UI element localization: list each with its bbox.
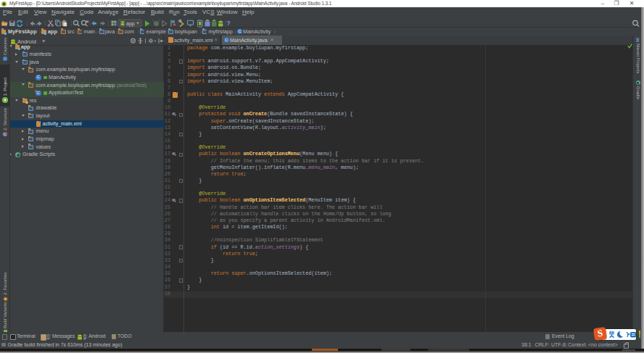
svg-text:?: ? — [227, 20, 231, 27]
svg-text:app: app — [126, 21, 135, 27]
